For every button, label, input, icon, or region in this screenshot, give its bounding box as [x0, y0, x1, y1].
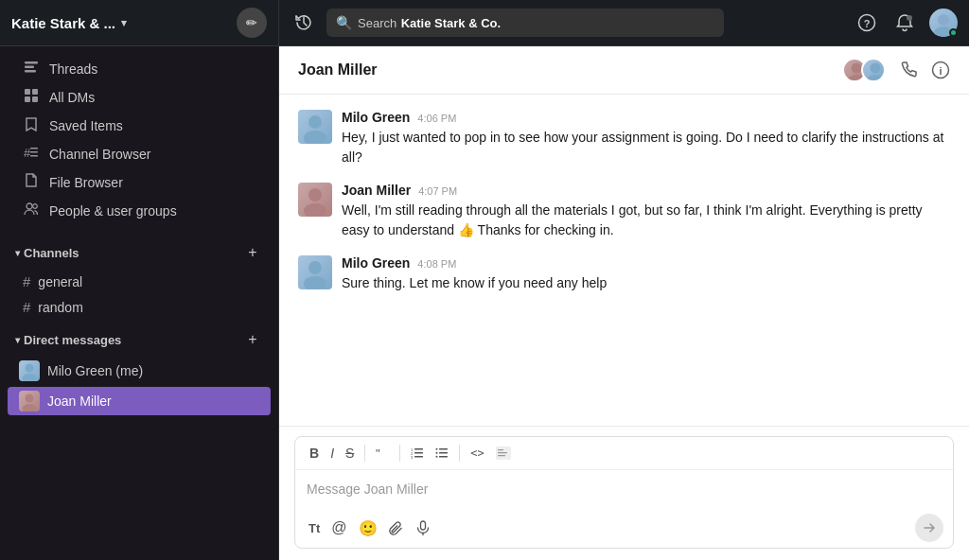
channel-random-label: random — [38, 300, 82, 315]
message-1: Milo Green 4:06 PM Hey, I just wanted to… — [298, 110, 950, 167]
svg-rect-49 — [498, 452, 507, 453]
channel-item-random[interactable]: # random — [8, 295, 271, 319]
add-channel-button[interactable]: + — [242, 242, 263, 263]
unordered-list-button[interactable] — [431, 444, 453, 463]
channel-item-general[interactable]: # general — [8, 270, 271, 293]
notifications-button[interactable] — [891, 9, 918, 36]
sidebar-item-people-groups[interactable]: People & user groups — [8, 197, 271, 224]
text-style-button[interactable]: Tt — [305, 517, 324, 539]
threads-label: Threads — [49, 61, 97, 77]
channels-section-left: ▾ Channels — [15, 246, 79, 260]
top-bar: Katie Stark & ... ▾ ✏ 🔍 Search Katie Sta… — [0, 0, 969, 46]
channels-section-header[interactable]: ▾ Channels + — [0, 233, 278, 269]
dm-section-label: Direct messages — [24, 333, 121, 347]
message-2-text: Well, I'm still reading through all the … — [342, 201, 950, 240]
history-button[interactable] — [291, 9, 317, 36]
workspace-name-text: Katie Stark & ... — [11, 15, 115, 31]
svg-point-17 — [33, 204, 38, 209]
message-3-header: Milo Green 4:08 PM — [342, 255, 950, 271]
workspace-name-button[interactable]: Katie Stark & ... ▾ — [11, 15, 127, 31]
hash-icon: # — [23, 273, 30, 289]
sidebar-item-all-dms[interactable]: All DMs — [8, 83, 271, 111]
svg-point-44 — [436, 448, 438, 450]
toolbar-divider-2 — [399, 445, 400, 462]
italic-button[interactable]: I — [326, 443, 339, 464]
svg-text:i: i — [939, 65, 942, 77]
chat-header-left: Joan Miller — [298, 61, 378, 79]
svg-point-2 — [907, 15, 912, 21]
svg-rect-6 — [25, 66, 34, 69]
svg-rect-10 — [25, 96, 30, 102]
svg-rect-51 — [420, 521, 425, 530]
emoji-button[interactable]: 🙂 — [355, 516, 381, 541]
sidebar-nav: Threads All DMs Saved Items # Channel Br… — [0, 46, 278, 233]
message-1-text: Hey, I just wanted to pop in to see how … — [342, 128, 950, 167]
sidebar-item-channel-browser[interactable]: # Channel Browser — [8, 140, 271, 167]
svg-point-28 — [308, 115, 322, 129]
svg-rect-15 — [30, 155, 38, 157]
svg-point-30 — [308, 188, 322, 201]
svg-text:": " — [376, 446, 380, 460]
people-groups-label: People & user groups — [49, 203, 177, 219]
online-status-dot — [949, 28, 958, 37]
voice-message-button[interactable] — [412, 516, 434, 539]
svg-rect-36 — [414, 452, 423, 454]
sidebar-item-threads[interactable]: Threads — [8, 55, 271, 82]
svg-rect-35 — [414, 448, 423, 450]
svg-rect-7 — [25, 70, 36, 73]
message-3-sender: Milo Green — [342, 255, 410, 271]
channel-browser-label: Channel Browser — [49, 147, 150, 162]
code-button[interactable]: <> — [466, 444, 488, 463]
mention-button[interactable]: @ — [327, 516, 350, 540]
message-input[interactable]: Message Joan Miller — [295, 470, 953, 508]
strikethrough-button[interactable]: S — [341, 443, 359, 464]
code-block-button[interactable] — [491, 444, 516, 463]
svg-rect-43 — [439, 456, 448, 458]
svg-point-20 — [26, 394, 34, 403]
channel-browser-icon: # — [23, 145, 40, 163]
saved-items-icon — [23, 116, 40, 134]
info-button[interactable]: i — [931, 61, 950, 79]
dm-item-milo-green[interactable]: Milo Green (me) — [8, 357, 271, 385]
message-1-sender: Milo Green — [342, 110, 410, 125]
send-button[interactable] — [915, 514, 943, 542]
messages-list: Milo Green 4:06 PM Hey, I just wanted to… — [279, 95, 969, 426]
message-1-header: Milo Green 4:06 PM — [342, 110, 950, 125]
dm-section-header[interactable]: ▾ Direct messages + — [0, 320, 278, 356]
svg-point-25 — [867, 75, 884, 82]
quote-button[interactable]: " — [371, 444, 394, 463]
attachment-button[interactable] — [385, 516, 408, 539]
svg-point-21 — [23, 404, 37, 411]
sidebar-item-saved-items[interactable]: Saved Items — [8, 112, 271, 139]
chat-title: Joan Miller — [298, 61, 378, 79]
input-bottom-bar: Tt @ 🙂 — [295, 508, 953, 548]
add-dm-button[interactable]: + — [242, 329, 263, 350]
input-box: B I S " 123 <> — [294, 436, 954, 549]
svg-rect-41 — [439, 448, 448, 450]
svg-point-18 — [26, 364, 34, 373]
message-1-time: 4:06 PM — [417, 113, 456, 124]
svg-rect-9 — [32, 89, 38, 95]
header-avatars — [842, 58, 886, 82]
user-avatar[interactable] — [929, 9, 958, 37]
phone-call-button[interactable] — [899, 61, 918, 79]
svg-rect-48 — [498, 449, 503, 450]
hash-icon: # — [23, 299, 30, 315]
dm-item-joan-miller[interactable]: Joan Miller — [8, 387, 271, 415]
svg-rect-5 — [25, 61, 38, 64]
chat-header: Joan Miller i — [279, 46, 969, 95]
sidebar-item-file-browser[interactable]: File Browser — [8, 168, 271, 196]
channels-section-label: Channels — [24, 246, 79, 260]
svg-rect-14 — [30, 151, 38, 153]
toolbar-divider-1 — [364, 445, 365, 462]
ordered-list-button[interactable]: 123 — [406, 444, 429, 463]
bold-button[interactable]: B — [305, 443, 324, 464]
input-toolbar: B I S " 123 <> — [295, 437, 953, 470]
message-2-content: Joan Miller 4:07 PM Well, I'm still read… — [342, 183, 950, 240]
search-icon: 🔍 — [336, 15, 352, 30]
search-bar[interactable]: 🔍 Search Katie Stark & Co. — [326, 9, 724, 37]
svg-rect-8 — [25, 89, 30, 95]
edit-button[interactable]: ✏ — [237, 8, 267, 38]
help-button[interactable]: ? — [854, 9, 880, 36]
search-label: Search — [358, 16, 396, 30]
